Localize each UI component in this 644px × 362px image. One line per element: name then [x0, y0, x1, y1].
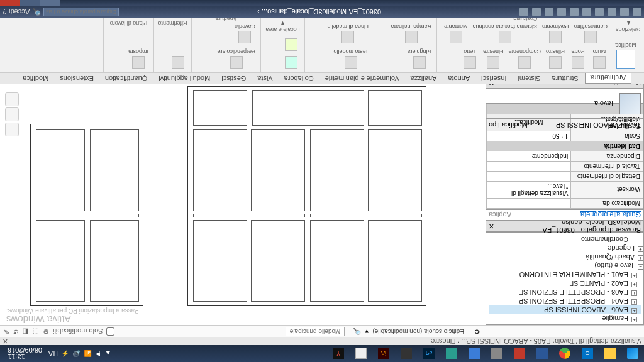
tool-icon[interactable]: ⬚: [33, 327, 39, 336]
prop-value[interactable]: [487, 162, 571, 172]
minimize-button[interactable]: [40, 0, 60, 6]
solo-modificabili-checkbox[interactable]: [106, 327, 114, 336]
maximize-button[interactable]: [20, 0, 40, 6]
start-button[interactable]: [621, 345, 644, 362]
ribbon-tab[interactable]: Struttura: [547, 73, 584, 84]
edit-type-button[interactable]: Modifica tipo: [489, 121, 528, 129]
ribbon-tab[interactable]: Analizza: [406, 73, 442, 84]
sign-in-link[interactable]: Accedi: [9, 8, 30, 16]
qat-icon[interactable]: [570, 8, 579, 16]
roof-button[interactable]: Tetto: [460, 47, 479, 70]
prop-value[interactable]: Indipendente: [487, 151, 571, 162]
ribbon-tab[interactable]: Annota: [443, 73, 475, 84]
close-x-icon[interactable]: ✕: [3, 337, 8, 346]
set-button[interactable]: Imposta: [127, 47, 150, 70]
redo-icon[interactable]: [595, 8, 604, 16]
window-button[interactable]: Finestra: [482, 47, 505, 70]
qat-icon[interactable]: [633, 8, 641, 16]
browser-node[interactable]: +EA02 - PIANTE SF: [489, 279, 641, 288]
model-text-button[interactable]: Testo modello: [332, 47, 370, 70]
tool-icon[interactable]: ◧: [23, 327, 29, 336]
home-icon[interactable]: [5, 123, 19, 136]
app-white-icon[interactable]: [350, 345, 372, 362]
type-name[interactable]: Tavola: ABACO INFISSI SP: [556, 121, 641, 129]
component-button[interactable]: Componente: [507, 47, 542, 70]
ribbon-tab[interactable]: Volumetrie e planimetrie: [320, 73, 404, 84]
print-icon[interactable]: [582, 8, 591, 16]
power-icon[interactable]: ⚡: [62, 350, 69, 357]
modify-button[interactable]: Modifica: [611, 41, 640, 70]
tool-icon[interactable]: ⚙: [43, 327, 49, 336]
flag-icon[interactable]: ⚑: [96, 350, 101, 357]
app-red-icon[interactable]: [508, 345, 531, 362]
help-icon[interactable]: ?: [3, 8, 6, 16]
app-teal-icon[interactable]: [440, 345, 463, 362]
qat-icon[interactable]: [557, 8, 566, 16]
qat-icon[interactable]: [545, 8, 553, 16]
app-black-icon[interactable]: Y: [327, 345, 350, 362]
ribbon-tab[interactable]: Architettura: [585, 73, 631, 84]
lang-indicator[interactable]: ITA: [48, 350, 58, 357]
browser-node[interactable]: +EA05 - ABACO INFISSI SP: [489, 305, 641, 314]
explorer-icon[interactable]: [599, 345, 621, 362]
floor-button[interactable]: Pavimento: [541, 22, 570, 45]
ribbon-tab[interactable]: Inserisci: [476, 73, 511, 84]
tool-icon[interactable]: ↺: [13, 327, 19, 336]
outlook-icon[interactable]: O: [576, 345, 599, 362]
tool-icon[interactable]: ✎: [4, 327, 9, 336]
prop-value[interactable]: [487, 199, 571, 209]
room-button[interactable]: [282, 55, 301, 70]
app-blue-icon[interactable]: [463, 345, 486, 362]
drawing-canvas[interactable]: Attiva Windows Passa a Impostazioni PC p…: [0, 75, 483, 325]
browser-node[interactable]: +Famiglie: [489, 314, 641, 323]
view-cube-controls[interactable]: [5, 92, 19, 136]
wall-button[interactable]: Muro: [590, 47, 609, 70]
browser-node[interactable]: +Abachi/Quantità: [489, 253, 641, 261]
ribbon-tab[interactable]: Modifica: [18, 73, 53, 84]
volume-icon[interactable]: 🔊: [73, 350, 80, 357]
ribbon-tab[interactable]: Collabora: [279, 73, 319, 84]
ribbon-tab[interactable]: Gestisci: [216, 73, 251, 84]
taskbar-clock[interactable]: 13:11 08/09/2016: [5, 347, 45, 361]
ribbon-tab[interactable]: Quantification: [100, 73, 152, 84]
search-icon[interactable]: 🔍: [32, 8, 41, 16]
app-dark-icon[interactable]: [395, 345, 418, 362]
prop-value[interactable]: 1 : 50: [487, 131, 571, 141]
close-button[interactable]: [0, 0, 20, 6]
prop-value[interactable]: Visualizza dettagli di "Tavo...: [487, 182, 571, 199]
browser-node[interactable]: −Tavole (tutto): [489, 261, 641, 270]
ramp-button[interactable]: Rampa inclinata: [389, 22, 433, 45]
revit-icon[interactable]: [531, 345, 553, 362]
ceiling-button[interactable]: Controsoffitto: [573, 22, 609, 45]
apply-button[interactable]: Applica: [489, 211, 511, 219]
qat-icon[interactable]: [519, 8, 528, 16]
undo-icon[interactable]: [608, 8, 616, 16]
pan-icon[interactable]: [5, 92, 19, 106]
save-icon[interactable]: [620, 8, 629, 16]
ribbon-tab[interactable]: Vista: [252, 73, 277, 84]
illustrator-icon[interactable]: Ai: [372, 345, 395, 362]
close-icon[interactable]: ✕: [489, 222, 494, 231]
ribbon-tab[interactable]: Sistemi: [513, 73, 546, 84]
area-button[interactable]: [282, 37, 301, 52]
network-icon[interactable]: 📶: [84, 350, 92, 357]
dropdown-arrow-icon[interactable]: ▾: [365, 327, 369, 336]
tray-icon[interactable]: ▲: [105, 350, 111, 357]
prop-value[interactable]: [487, 172, 571, 182]
model-dropdown[interactable]: Modello principale: [286, 327, 345, 336]
breadcrumb-link[interactable]: Edificio scuola (non modificabile): [369, 328, 468, 335]
app-gray-icon[interactable]: [486, 345, 508, 362]
curtain-button[interactable]: Sistema facciata continua: [472, 22, 539, 45]
browser-node[interactable]: +Legende: [489, 244, 641, 253]
model-line-button[interactable]: Linea di modello: [326, 22, 370, 45]
railing-button[interactable]: Ringhiera: [406, 47, 433, 70]
compass-icon[interactable]: [5, 107, 19, 121]
nav-back-icon[interactable]: ⟲: [475, 327, 480, 336]
guide-link[interactable]: Guida alle proprietà: [580, 211, 641, 219]
search-input[interactable]: [43, 8, 119, 16]
photoshop-icon[interactable]: Ps: [418, 345, 440, 362]
ribbon-tab[interactable]: Extensions: [55, 73, 99, 84]
door-button[interactable]: Porta: [569, 47, 587, 70]
shaft-button[interactable]: Cavedio: [233, 22, 257, 45]
browser-node[interactable]: +EA04 - PROSPETTI E SEZIONI SP: [489, 297, 641, 305]
